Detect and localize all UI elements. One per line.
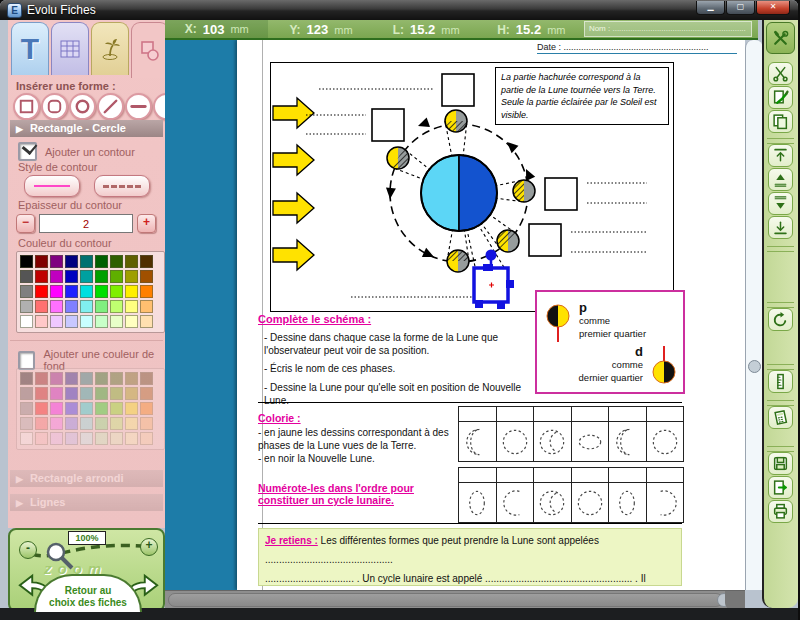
close-button[interactable]: ✕ — [756, 1, 790, 15]
moon[interactable] — [447, 250, 469, 272]
calculator-button[interactable] — [768, 406, 793, 429]
tab-shapes[interactable] — [131, 22, 169, 78]
moon[interactable] — [387, 147, 409, 169]
tools-button[interactable] — [766, 22, 795, 54]
solid-line-style-button[interactable] — [24, 175, 80, 197]
color-swatch[interactable] — [80, 300, 93, 313]
zoom-knob[interactable] — [48, 544, 64, 560]
section-rectangle-cercle[interactable]: ▶Rectangle - Cercle — [10, 120, 163, 137]
color-swatch[interactable] — [95, 285, 108, 298]
date-field[interactable]: Date : .................................… — [537, 42, 737, 54]
answer-box[interactable] — [372, 109, 404, 141]
section-lignes[interactable]: ▶Lignes — [10, 494, 163, 511]
add-contour-checkbox[interactable] — [18, 142, 37, 161]
earth[interactable] — [421, 155, 497, 231]
zoom-out-button[interactable]: - — [19, 541, 37, 559]
color-swatch[interactable] — [50, 300, 63, 313]
worksheet-page[interactable]: Date : .................................… — [237, 40, 745, 590]
color-swatch[interactable] — [35, 285, 48, 298]
color-swatch[interactable] — [20, 300, 33, 313]
nom-field[interactable]: Nom : ..................................… — [584, 21, 752, 37]
color-swatch[interactable] — [80, 285, 93, 298]
lower-button[interactable] — [768, 192, 793, 215]
thickness-input[interactable] — [39, 214, 133, 233]
vertical-scrollbar[interactable] — [745, 40, 763, 590]
color-swatch[interactable] — [20, 315, 33, 328]
answer-box[interactable] — [442, 74, 474, 106]
tab-table[interactable] — [51, 22, 89, 75]
color-swatch[interactable] — [125, 270, 138, 283]
moon[interactable] — [497, 230, 519, 252]
color-swatch[interactable] — [20, 285, 33, 298]
color-swatch[interactable] — [35, 255, 48, 268]
color-swatch[interactable] — [110, 255, 123, 268]
color-swatch[interactable] — [140, 285, 153, 298]
add-fill-checkbox[interactable] — [18, 351, 35, 370]
color-swatch[interactable] — [95, 270, 108, 283]
color-swatch[interactable] — [80, 255, 93, 268]
vertical-scroll-thumb[interactable] — [748, 360, 761, 373]
color-swatch[interactable] — [35, 315, 48, 328]
copy-button[interactable] — [768, 110, 793, 133]
print-button[interactable] — [768, 500, 793, 523]
thickness-plus-button[interactable]: + — [137, 214, 156, 233]
color-swatch[interactable] — [110, 285, 123, 298]
raise-button[interactable] — [768, 168, 793, 191]
export-button[interactable] — [768, 476, 793, 499]
tab-image[interactable] — [91, 22, 129, 75]
color-swatch[interactable] — [140, 300, 153, 313]
color-swatch[interactable] — [110, 300, 123, 313]
rotate-button[interactable] — [768, 308, 793, 331]
color-swatch[interactable] — [50, 285, 63, 298]
color-swatch[interactable] — [125, 255, 138, 268]
color-swatch[interactable] — [65, 285, 78, 298]
color-swatch[interactable] — [65, 270, 78, 283]
cut-button[interactable] — [768, 62, 793, 85]
moon[interactable] — [513, 180, 535, 202]
color-swatch[interactable] — [110, 270, 123, 283]
tab-text[interactable]: T — [11, 22, 49, 75]
color-swatch[interactable] — [110, 315, 123, 328]
horizontal-line-shape-button[interactable] — [125, 93, 152, 120]
color-swatch[interactable] — [20, 270, 33, 283]
thickness-minus-button[interactable]: − — [16, 214, 35, 233]
moon[interactable] — [445, 110, 467, 132]
send-back-button[interactable] — [768, 216, 793, 239]
color-swatch[interactable] — [20, 255, 33, 268]
minimize-button[interactable]: ▁ — [696, 1, 725, 15]
color-swatch[interactable] — [140, 255, 153, 268]
diagonal-line-shape-button[interactable] — [97, 93, 124, 120]
square-shape-button[interactable] — [13, 93, 40, 120]
color-swatch[interactable] — [80, 315, 93, 328]
horizontal-scrollbar[interactable] — [165, 590, 745, 609]
document-canvas[interactable]: Date : .................................… — [165, 40, 745, 590]
answer-box[interactable] — [529, 224, 561, 256]
section-rectangle-arrondi[interactable]: ▶Rectangle arrondi — [10, 470, 163, 487]
color-swatch[interactable] — [65, 300, 78, 313]
color-swatch[interactable] — [95, 315, 108, 328]
color-swatch[interactable] — [65, 315, 78, 328]
maximize-button[interactable]: ▢ — [726, 1, 755, 15]
color-swatch[interactable] — [125, 285, 138, 298]
circle-shape-button[interactable] — [69, 93, 96, 120]
dashed-line-style-button[interactable] — [94, 175, 150, 197]
color-swatch[interactable] — [35, 270, 48, 283]
answer-box[interactable] — [545, 178, 577, 210]
color-swatch[interactable] — [50, 270, 63, 283]
rounded-square-shape-button[interactable] — [41, 93, 68, 120]
color-swatch[interactable] — [95, 255, 108, 268]
color-swatch[interactable] — [50, 255, 63, 268]
color-swatch[interactable] — [125, 300, 138, 313]
color-swatch[interactable] — [95, 300, 108, 313]
color-swatch[interactable] — [80, 270, 93, 283]
color-swatch[interactable] — [65, 255, 78, 268]
color-swatch[interactable] — [35, 300, 48, 313]
selected-shape[interactable] — [474, 250, 514, 310]
ruler-button[interactable] — [768, 370, 793, 393]
paste-button[interactable] — [768, 86, 793, 109]
color-swatch[interactable] — [50, 315, 63, 328]
color-swatch[interactable] — [125, 315, 138, 328]
save-button[interactable] — [768, 452, 793, 475]
bring-front-button[interactable] — [768, 144, 793, 167]
titlebar[interactable]: E Evolu Fiches ▁ ▢ ✕ — [0, 0, 798, 20]
